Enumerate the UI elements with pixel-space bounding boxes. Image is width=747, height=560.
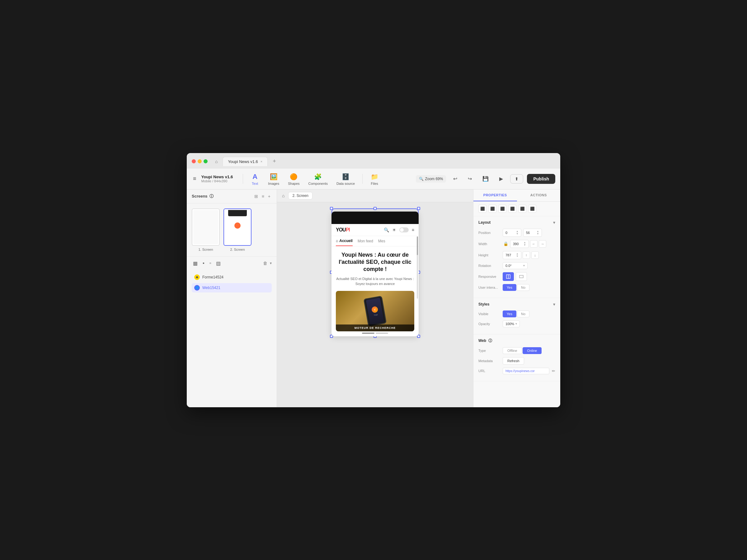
web-section-header[interactable]: Web ⓘ [479,338,555,344]
tool-datasource[interactable]: 🗄️ Data source [334,171,357,187]
url-input[interactable]: https://youpinews.cor [503,368,549,374]
tool-text[interactable]: A Text [248,171,262,187]
scroll-thumb [417,236,418,255]
align-center-h-button[interactable]: ⬛ [518,205,526,213]
align-top-button[interactable]: ⬛ [508,205,516,213]
url-edit-button[interactable]: ✏ [552,369,555,373]
responsive-btn-1[interactable] [503,272,514,281]
align-left-button[interactable]: ⬛ [479,205,487,213]
tool-files-label: Files [371,182,378,185]
right-panel: PROPERTIES ACTIONS ⬛ ⬛ ⬛ ⬛ ⬛ ⬛ Layout ▾ [473,189,560,407]
user-interact-yes[interactable]: Yes [503,284,516,291]
screen-breadcrumb[interactable]: 2. Screen [288,192,312,199]
web-section: Web ⓘ Type Offline Online Metadata Refre… [473,335,560,381]
text-tool-icon: A [251,172,259,181]
canvas-viewport[interactable]: YOUPI 🔍 ☀ ≡ ⌂ [277,202,473,407]
share-button[interactable]: ⬆ [510,174,523,184]
align-bottom-button[interactable]: ⬛ [528,205,536,213]
width-left-button[interactable]: ← [530,240,538,248]
toolbar-divider-2 [362,174,363,184]
hamburger-menu-button[interactable]: ≡ [192,174,198,183]
close-tab-button[interactable]: × [260,160,262,163]
tool-files[interactable]: 📁 Files [367,171,381,187]
align-center-v-button[interactable]: ⬛ [488,205,496,213]
tool-shapes[interactable]: 🟠 Shapes [285,171,302,187]
height-up-button[interactable]: ↑ [522,251,530,259]
layer-item-forme[interactable]: ◆ Forme14524 [192,272,272,282]
handle-tm[interactable] [374,207,377,210]
opacity-label: Opacity [479,322,500,326]
app-window: ⌂ Youpi News v1.6 × + ≡ Youpi News v1.6 … [187,153,560,407]
phone-tabs: ⌂ Accueil Mon feed Mes [332,236,419,246]
height-down-button[interactable]: ↓ [531,251,539,259]
tab-accueil[interactable]: ⌂ Accueil [336,236,353,246]
layout-section-header[interactable]: Layout ▾ [479,220,555,225]
layer-item-web[interactable]: 🌐 Web15421 [192,283,272,292]
position-y-input[interactable]: 56 ▲▼ [523,229,542,237]
visible-no[interactable]: No [517,311,530,317]
tab-mes[interactable]: Mes [378,236,385,246]
layout-toggle-icon: ▾ [553,220,555,225]
opacity-input[interactable]: 100% ▾ [503,320,520,327]
maximize-window-button[interactable] [204,159,208,163]
add-screen-button[interactable]: + [267,193,272,199]
zoom-indicator[interactable]: 🔍 Zoom 69% [416,175,446,183]
tool-images[interactable]: 🖼️ Images [265,171,282,187]
handle-tl[interactable] [330,207,333,210]
close-window-button[interactable] [192,159,196,163]
offline-btn[interactable]: Offline [503,347,522,354]
screen-1-inner [193,210,218,244]
position-x-input[interactable]: 0 ▲▼ [503,229,521,237]
online-btn[interactable]: Online [522,347,542,354]
publish-button[interactable]: Publish [527,174,555,184]
tool-components[interactable]: 🧩 Components [306,171,330,187]
layer-front2-button[interactable]: ▨ [215,259,222,268]
play-button[interactable]: ▶ [496,174,507,184]
rotation-dropdown-icon: ▾ [523,264,525,267]
project-name: Youpi News v1.6 [201,175,233,179]
add-tab-button[interactable]: + [270,157,279,166]
shapes-tool-icon: 🟠 [289,172,298,181]
layer-bg-button[interactable]: ▩ [192,259,199,268]
tab-monfeed[interactable]: Mon feed [358,236,373,246]
scroll-dot-2 [376,332,388,334]
layer-back-button[interactable]: ▫ [208,259,212,267]
styles-toggle-icon: ▾ [553,302,555,307]
styles-section-header[interactable]: Styles ▾ [479,302,555,307]
layer-dropdown-button[interactable]: ▾ [270,261,272,265]
rotation-input[interactable]: 0.0° ▾ [503,262,527,269]
scroll-bar[interactable] [417,236,418,299]
list-view-button[interactable]: ≡ [260,193,265,199]
responsive-btn-2[interactable] [516,272,527,281]
minimize-window-button[interactable] [198,159,202,163]
layer-front-button[interactable]: ▪ [201,259,206,267]
redo-button[interactable]: ↪ [464,174,475,184]
lock-icon: 🔒 [503,241,509,247]
menu-icon[interactable]: ≡ [412,228,414,232]
browser-home-button[interactable]: ⌂ [212,158,220,165]
tab-properties[interactable]: PROPERTIES [473,189,517,201]
screen-1-thumb[interactable]: 1. Screen [192,209,220,251]
screen-2-thumb[interactable]: 2. Screen [224,209,252,251]
handle-tr[interactable] [417,207,420,210]
save-button[interactable]: 💾 [479,174,492,184]
align-right-button[interactable]: ⬛ [498,205,507,213]
web-type-toggle: Offline Online [503,347,542,354]
user-interact-no[interactable]: No [517,284,530,291]
home-tab-icon: ⌂ [336,239,338,243]
tab-title: Youpi News v1.6 [228,159,258,164]
tab-actions[interactable]: ACTIONS [517,189,561,201]
undo-button[interactable]: ↩ [450,174,461,184]
width-input[interactable]: 390 ▲▼ [510,240,529,248]
layer-delete-button[interactable]: 🗑 [263,261,267,266]
refresh-button[interactable]: Refresh [503,357,524,365]
height-input[interactable]: 787 ▲▼ [503,251,521,259]
browser-tab[interactable]: Youpi News v1.6 × [223,157,268,166]
theme-toggle[interactable] [399,228,409,232]
visible-yes[interactable]: Yes [503,311,516,317]
phone-image-card: Y Youpi MOTEUR DE RECHERCHE [336,291,414,331]
search-icon[interactable]: 🔍 [384,228,389,232]
grid-view-button[interactable]: ⊞ [253,193,259,199]
width-right-button[interactable]: → [539,240,546,248]
canvas-home-button[interactable]: ⌂ [282,193,284,198]
